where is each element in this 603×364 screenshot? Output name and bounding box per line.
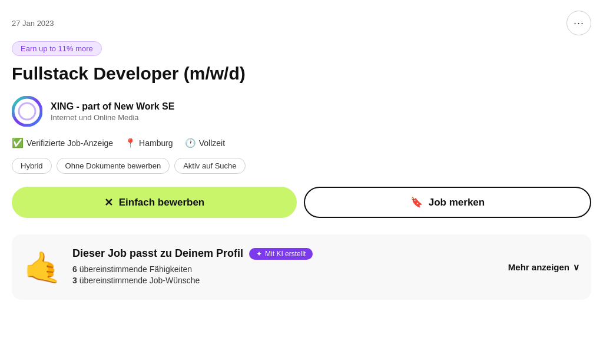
mehr-anzeigen-label: Mehr anzeigen: [508, 262, 569, 272]
company-row: XING - part of New Work SE Internet und …: [12, 96, 591, 127]
company-industry: Internet und Online Media: [51, 113, 174, 122]
save-label: Job merken: [429, 197, 485, 209]
action-buttons: ✕ Einfach bewerben 🔖 Job merken: [12, 187, 591, 218]
xing-apply-icon: ✕: [104, 196, 113, 209]
svg-point-1: [19, 103, 35, 120]
chevron-down-icon: ∨: [573, 262, 579, 273]
date-label: 27 Jan 2023: [12, 19, 54, 28]
top-bar: 27 Jan 2023 ···: [0, 0, 603, 41]
profile-match-card: 🤙 Dieser Job passt zu Deinem Profil ✦ Mi…: [12, 234, 591, 300]
sparkle-icon: ✦: [256, 250, 262, 258]
location-icon: 📍: [125, 138, 136, 148]
wishes-match-stat: 3 übereinstimmende Job-Wünsche: [72, 276, 498, 285]
employment-label: Vollzeit: [199, 138, 225, 148]
main-content: Earn up to 11% more Fullstack Developer …: [0, 41, 603, 300]
tag-active: Aktiv auf Suche: [174, 158, 245, 174]
more-icon: ···: [574, 17, 584, 29]
location-label: Hamburg: [139, 138, 173, 148]
clock-icon: 🕐: [185, 138, 196, 148]
company-name: XING - part of New Work SE: [51, 101, 174, 112]
more-button[interactable]: ···: [566, 11, 591, 35]
earn-badge: Earn up to 11% more: [12, 41, 102, 56]
ai-badge: ✦ Mit KI erstellt: [249, 248, 313, 260]
bookmark-icon: 🔖: [410, 196, 423, 209]
skills-match-stat: 6 übereinstimmende Fähigkeiten: [72, 264, 498, 274]
mehr-anzeigen-button[interactable]: Mehr anzeigen ∨: [508, 262, 579, 273]
company-logo: [12, 96, 42, 127]
tag-hybrid: Hybrid: [12, 158, 52, 174]
employment-item: 🕐 Vollzeit: [185, 138, 225, 148]
svg-point-0: [13, 97, 41, 125]
apply-button[interactable]: ✕ Einfach bewerben: [12, 187, 297, 218]
wishes-count: 3: [72, 276, 77, 285]
verified-label: Verifizierte Job-Anzeige: [26, 138, 113, 148]
match-title: Dieser Job passt zu Deinem Profil: [72, 247, 243, 260]
location-item: 📍 Hamburg: [125, 138, 173, 148]
match-text: Dieser Job passt zu Deinem Profil ✦ Mit …: [72, 247, 498, 287]
ai-badge-label: Mit KI erstellt: [265, 250, 306, 258]
tag-no-docs: Ohne Dokumente bewerben: [57, 158, 170, 174]
skills-label: übereinstimmende Fähigkeiten: [79, 264, 192, 274]
company-info: XING - part of New Work SE Internet und …: [51, 101, 174, 122]
wishes-label: übereinstimmende Job-Wünsche: [79, 276, 200, 285]
match-emoji-icon: 🤙: [24, 252, 62, 283]
verified-icon: ✅: [12, 137, 24, 148]
match-title-row: Dieser Job passt zu Deinem Profil ✦ Mit …: [72, 247, 498, 260]
apply-label: Einfach bewerben: [119, 197, 204, 209]
save-job-button[interactable]: 🔖 Job merken: [304, 187, 591, 218]
verified-item: ✅ Verifizierte Job-Anzeige: [12, 137, 113, 148]
skills-count: 6: [72, 264, 77, 274]
tags-row: Hybrid Ohne Dokumente bewerben Aktiv auf…: [12, 158, 591, 174]
job-meta: ✅ Verifizierte Job-Anzeige 📍 Hamburg 🕐 V…: [12, 137, 591, 148]
job-title: Fullstack Developer (m/w/d): [12, 63, 591, 84]
